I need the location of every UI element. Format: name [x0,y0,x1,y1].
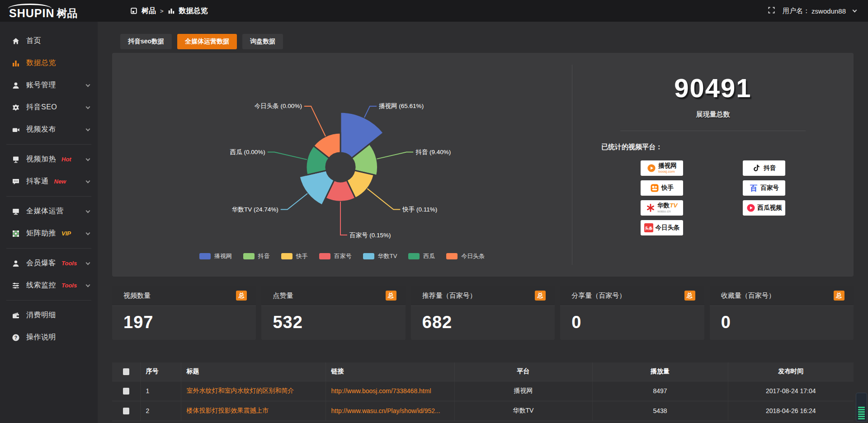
sidebar-item-抖音SEO[interactable]: 抖音SEO [0,96,98,118]
col-序号: 序号 [140,362,181,381]
sidebar-item-账号管理[interactable]: 账号管理 [0,74,98,96]
tab-抖音seo数据[interactable]: 抖音seo数据 [120,34,172,49]
platforms-title: 已统计的视频平台： [601,143,854,151]
summary-divider [620,131,806,131]
platform-badge-华数TV: 华数TVwasu.cn [641,200,683,216]
sidebar-item-消费明细[interactable]: 消费明细 [0,304,98,326]
table-body: 1 室外水纹灯和室内水纹灯的区别和简介 http://www.boosj.com… [112,381,854,423]
svg-text:头条: 头条 [645,226,653,230]
stat-card-分享量（百家号）: 分享量（百家号） 总 0 [560,286,704,340]
sidebar-item-视频加热[interactable]: 视频加热Hot [0,148,98,170]
wasu-logo [646,203,655,212]
pie-label-抖音: 抖音 (9.40%) [415,149,451,155]
chart-legend: 播视网抖音快手百家号华数TV西瓜今日头条 [112,252,572,260]
row-checkbox[interactable] [123,388,129,395]
chevron-down-icon [86,156,90,161]
label-line-播视网 [364,106,377,118]
video-publish-icon [12,126,20,134]
stat-card-收藏量（百家号）: 收藏量（百家号） 总 0 [710,286,854,340]
platform-badge-西瓜视频: 西瓜视频 [743,200,785,216]
sidebar-item-首页[interactable]: 首页 [0,30,98,52]
cell-link[interactable]: http://www.wasu.cn/Play/show/id/952... [326,401,454,421]
baijiahao-logo: 百 [749,183,758,193]
sidebar-item-label: 视频发布 [26,125,56,134]
table-row: 2 楼体投影灯投影效果震撼上市 http://www.wasu.cn/Play/… [112,401,854,421]
sidebar-item-全媒体运营[interactable]: 全媒体运营 [0,200,98,222]
legend-swatch [363,253,374,259]
user-menu-chevron-icon[interactable] [853,8,857,13]
logo-text-cn: 树品 [57,8,77,19]
sidebar-item-线索监控[interactable]: 线索监控Tools [0,274,98,296]
breadcrumb-current[interactable]: 数据总览 [179,6,208,16]
pie-label-百家号: 百家号 (0.15%) [349,232,391,239]
legend-item-播视网[interactable]: 播视网 [199,252,232,260]
col-标题: 标题 [181,362,326,381]
sidebar-item-label: 会员爆客 [26,258,56,268]
tab-bar: 抖音seo数据全媒体运营数据询盘数据 [120,34,854,49]
item-tag-Tools: Tools [61,260,77,267]
username-label: 用户名： [783,7,810,15]
rose-chart-area: 播视网 (65.61%)抖音 (9.40%)快手 (0.11%)百家号 (0.1… [112,53,572,277]
legend-label: 西瓜 [423,252,435,260]
stat-card-label: 点赞量 [273,291,293,300]
pie-label-今日头条: 今日头条 (0.00%) [255,103,302,109]
home-icon [12,37,20,45]
sidebar-item-label: 首页 [26,36,41,46]
sidebar-item-操作说明[interactable]: ?操作说明 [0,326,98,348]
sidebar-item-抖客通[interactable]: 抖客通New [0,170,98,193]
total-badge: 总 [386,291,396,301]
table-row: 1 室外水纹灯和室内水纹灯的区别和简介 http://www.boosj.com… [112,381,854,401]
stat-card-value: 532 [261,306,405,332]
chevron-down-icon [86,127,90,131]
legend-label: 今日头条 [461,252,485,260]
sidebar-item-label: 账号管理 [26,80,56,90]
legend-label: 播视网 [214,252,232,260]
breadcrumb-root[interactable]: 树品 [142,6,156,16]
total-impressions-value: 90491 [572,73,854,103]
floating-widget[interactable] [856,393,867,422]
cell-time: 2018-04-26 16:24 [728,401,854,421]
chevron-down-icon [86,282,90,287]
fullscreen-icon[interactable] [768,6,775,15]
sidebar-item-视频发布[interactable]: 视频发布 [0,118,98,141]
chat-icon [12,178,20,186]
legend-label: 百家号 [334,252,352,260]
platform-badge-今日头条: 头条今日头条 [641,220,683,235]
tab-全媒体运营数据[interactable]: 全媒体运营数据 [177,34,237,49]
platform-sub: wasu.cn [657,210,670,213]
total-badge: 总 [684,291,695,301]
legend-item-今日头条[interactable]: 今日头条 [446,252,485,260]
legend-item-华数TV[interactable]: 华数TV [363,252,397,260]
legend-label: 抖音 [258,252,270,260]
video-table: 序号 标题 链接 平台 播放量 发布时间 1 室外水纹灯和室内水纹灯的区别和简介… [112,362,854,423]
legend-item-百家号[interactable]: 百家号 [319,252,352,260]
select-all-checkbox[interactable] [123,368,129,375]
platform-badge-百家号: 百百家号 [743,180,785,196]
row-checkbox[interactable] [123,408,129,414]
col-平台: 平台 [454,362,592,381]
legend-item-抖音[interactable]: 抖音 [243,252,270,260]
sidebar-item-会员爆客[interactable]: 会员爆客Tools [0,252,98,274]
tab-询盘数据[interactable]: 询盘数据 [242,34,283,49]
platform-name: 播视网 [658,163,677,169]
cell-no: 1 [140,381,181,401]
sliders-icon [12,282,20,290]
toutiao-logo: 头条 [644,223,653,232]
breadcrumb-root-icon [130,7,137,14]
sidebar-item-数据总览[interactable]: 数据总览 [0,52,98,74]
sidebar-item-矩阵助推[interactable]: 矩阵助推VIP [0,222,98,244]
item-tag-Hot: Hot [61,156,71,163]
username[interactable]: zswodun88 [811,7,846,15]
cell-title[interactable]: 楼体投影灯投影效果震撼上市 [181,401,326,421]
pie-label-播视网: 播视网 (65.61%) [379,103,424,109]
svg-text:?: ? [14,334,17,340]
legend-item-快手[interactable]: 快手 [281,252,308,260]
cell-link[interactable]: http://www.boosj.com/7338468.html [326,381,454,401]
legend-item-西瓜[interactable]: 西瓜 [408,252,435,260]
app-logo: SHUPIN 树品 [0,3,98,19]
cell-plays: 8497 [592,381,728,401]
cell-title[interactable]: 室外水纹灯和室内水纹灯的区别和简介 [181,381,326,401]
logo-arc [8,4,52,14]
stat-card-value: 0 [560,306,704,332]
xigua-logo [746,203,755,212]
